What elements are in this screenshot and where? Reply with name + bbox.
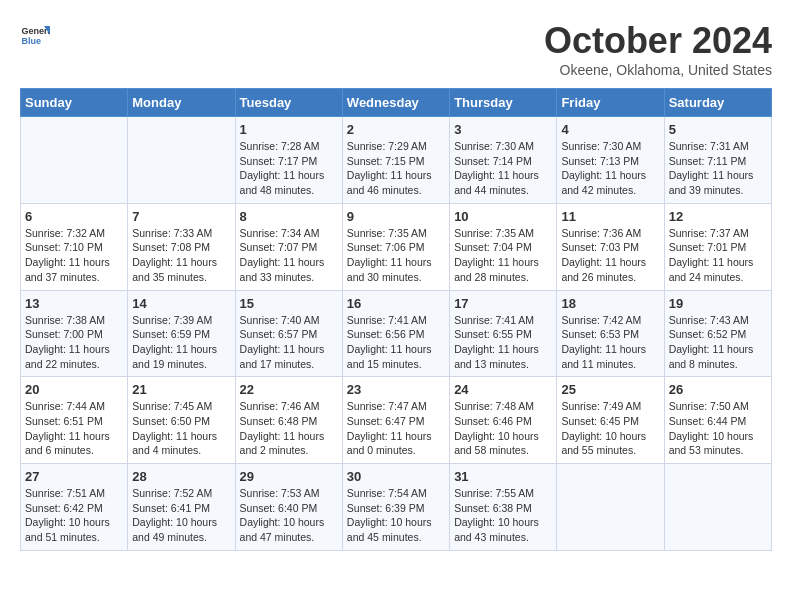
calendar-week-row: 27Sunrise: 7:51 AM Sunset: 6:42 PM Dayli… (21, 464, 772, 551)
day-info: Sunrise: 7:32 AM Sunset: 7:10 PM Dayligh… (25, 226, 123, 285)
day-of-week-header: Wednesday (342, 89, 449, 117)
day-info: Sunrise: 7:55 AM Sunset: 6:38 PM Dayligh… (454, 486, 552, 545)
day-number: 25 (561, 382, 659, 397)
day-info: Sunrise: 7:40 AM Sunset: 6:57 PM Dayligh… (240, 313, 338, 372)
day-info: Sunrise: 7:41 AM Sunset: 6:55 PM Dayligh… (454, 313, 552, 372)
calendar-day-cell: 12Sunrise: 7:37 AM Sunset: 7:01 PM Dayli… (664, 203, 771, 290)
calendar-day-cell: 24Sunrise: 7:48 AM Sunset: 6:46 PM Dayli… (450, 377, 557, 464)
day-info: Sunrise: 7:48 AM Sunset: 6:46 PM Dayligh… (454, 399, 552, 458)
day-number: 28 (132, 469, 230, 484)
day-info: Sunrise: 7:47 AM Sunset: 6:47 PM Dayligh… (347, 399, 445, 458)
calendar-day-cell: 2Sunrise: 7:29 AM Sunset: 7:15 PM Daylig… (342, 117, 449, 204)
calendar-day-cell (21, 117, 128, 204)
day-info: Sunrise: 7:53 AM Sunset: 6:40 PM Dayligh… (240, 486, 338, 545)
calendar-day-cell: 8Sunrise: 7:34 AM Sunset: 7:07 PM Daylig… (235, 203, 342, 290)
calendar-week-row: 6Sunrise: 7:32 AM Sunset: 7:10 PM Daylig… (21, 203, 772, 290)
day-number: 30 (347, 469, 445, 484)
day-number: 21 (132, 382, 230, 397)
day-info: Sunrise: 7:37 AM Sunset: 7:01 PM Dayligh… (669, 226, 767, 285)
day-info: Sunrise: 7:52 AM Sunset: 6:41 PM Dayligh… (132, 486, 230, 545)
calendar-day-cell: 7Sunrise: 7:33 AM Sunset: 7:08 PM Daylig… (128, 203, 235, 290)
calendar-day-cell: 17Sunrise: 7:41 AM Sunset: 6:55 PM Dayli… (450, 290, 557, 377)
calendar-week-row: 20Sunrise: 7:44 AM Sunset: 6:51 PM Dayli… (21, 377, 772, 464)
calendar-week-row: 13Sunrise: 7:38 AM Sunset: 7:00 PM Dayli… (21, 290, 772, 377)
day-info: Sunrise: 7:35 AM Sunset: 7:04 PM Dayligh… (454, 226, 552, 285)
calendar-day-cell: 11Sunrise: 7:36 AM Sunset: 7:03 PM Dayli… (557, 203, 664, 290)
day-of-week-header: Monday (128, 89, 235, 117)
calendar-day-cell: 21Sunrise: 7:45 AM Sunset: 6:50 PM Dayli… (128, 377, 235, 464)
calendar-day-cell: 6Sunrise: 7:32 AM Sunset: 7:10 PM Daylig… (21, 203, 128, 290)
day-info: Sunrise: 7:35 AM Sunset: 7:06 PM Dayligh… (347, 226, 445, 285)
day-info: Sunrise: 7:45 AM Sunset: 6:50 PM Dayligh… (132, 399, 230, 458)
day-number: 24 (454, 382, 552, 397)
day-number: 18 (561, 296, 659, 311)
day-info: Sunrise: 7:31 AM Sunset: 7:11 PM Dayligh… (669, 139, 767, 198)
day-number: 12 (669, 209, 767, 224)
day-info: Sunrise: 7:30 AM Sunset: 7:14 PM Dayligh… (454, 139, 552, 198)
day-number: 1 (240, 122, 338, 137)
day-number: 11 (561, 209, 659, 224)
calendar-day-cell: 27Sunrise: 7:51 AM Sunset: 6:42 PM Dayli… (21, 464, 128, 551)
day-info: Sunrise: 7:50 AM Sunset: 6:44 PM Dayligh… (669, 399, 767, 458)
day-info: Sunrise: 7:28 AM Sunset: 7:17 PM Dayligh… (240, 139, 338, 198)
day-number: 19 (669, 296, 767, 311)
day-info: Sunrise: 7:46 AM Sunset: 6:48 PM Dayligh… (240, 399, 338, 458)
title-block: October 2024 Okeene, Oklahoma, United St… (544, 20, 772, 78)
day-info: Sunrise: 7:29 AM Sunset: 7:15 PM Dayligh… (347, 139, 445, 198)
day-number: 3 (454, 122, 552, 137)
calendar-day-cell: 30Sunrise: 7:54 AM Sunset: 6:39 PM Dayli… (342, 464, 449, 551)
calendar-table: SundayMondayTuesdayWednesdayThursdayFrid… (20, 88, 772, 551)
day-number: 8 (240, 209, 338, 224)
day-number: 15 (240, 296, 338, 311)
day-number: 26 (669, 382, 767, 397)
calendar-day-cell: 3Sunrise: 7:30 AM Sunset: 7:14 PM Daylig… (450, 117, 557, 204)
day-number: 17 (454, 296, 552, 311)
day-number: 4 (561, 122, 659, 137)
day-of-week-header: Thursday (450, 89, 557, 117)
day-number: 31 (454, 469, 552, 484)
day-of-week-header: Saturday (664, 89, 771, 117)
calendar-week-row: 1Sunrise: 7:28 AM Sunset: 7:17 PM Daylig… (21, 117, 772, 204)
day-info: Sunrise: 7:54 AM Sunset: 6:39 PM Dayligh… (347, 486, 445, 545)
calendar-day-cell: 1Sunrise: 7:28 AM Sunset: 7:17 PM Daylig… (235, 117, 342, 204)
day-number: 23 (347, 382, 445, 397)
day-info: Sunrise: 7:38 AM Sunset: 7:00 PM Dayligh… (25, 313, 123, 372)
day-info: Sunrise: 7:51 AM Sunset: 6:42 PM Dayligh… (25, 486, 123, 545)
day-info: Sunrise: 7:43 AM Sunset: 6:52 PM Dayligh… (669, 313, 767, 372)
day-info: Sunrise: 7:44 AM Sunset: 6:51 PM Dayligh… (25, 399, 123, 458)
day-number: 7 (132, 209, 230, 224)
day-of-week-header: Sunday (21, 89, 128, 117)
calendar-day-cell: 19Sunrise: 7:43 AM Sunset: 6:52 PM Dayli… (664, 290, 771, 377)
day-info: Sunrise: 7:33 AM Sunset: 7:08 PM Dayligh… (132, 226, 230, 285)
day-info: Sunrise: 7:30 AM Sunset: 7:13 PM Dayligh… (561, 139, 659, 198)
day-info: Sunrise: 7:34 AM Sunset: 7:07 PM Dayligh… (240, 226, 338, 285)
day-number: 16 (347, 296, 445, 311)
calendar-day-cell: 13Sunrise: 7:38 AM Sunset: 7:00 PM Dayli… (21, 290, 128, 377)
day-number: 6 (25, 209, 123, 224)
calendar-day-cell: 28Sunrise: 7:52 AM Sunset: 6:41 PM Dayli… (128, 464, 235, 551)
logo: General Blue (20, 20, 50, 50)
day-number: 9 (347, 209, 445, 224)
day-number: 5 (669, 122, 767, 137)
calendar-day-cell (664, 464, 771, 551)
day-of-week-header: Friday (557, 89, 664, 117)
calendar-day-cell: 26Sunrise: 7:50 AM Sunset: 6:44 PM Dayli… (664, 377, 771, 464)
calendar-day-cell: 20Sunrise: 7:44 AM Sunset: 6:51 PM Dayli… (21, 377, 128, 464)
location: Okeene, Oklahoma, United States (544, 62, 772, 78)
day-info: Sunrise: 7:41 AM Sunset: 6:56 PM Dayligh… (347, 313, 445, 372)
calendar-day-cell: 29Sunrise: 7:53 AM Sunset: 6:40 PM Dayli… (235, 464, 342, 551)
day-number: 13 (25, 296, 123, 311)
day-info: Sunrise: 7:39 AM Sunset: 6:59 PM Dayligh… (132, 313, 230, 372)
calendar-day-cell: 10Sunrise: 7:35 AM Sunset: 7:04 PM Dayli… (450, 203, 557, 290)
svg-text:Blue: Blue (22, 36, 42, 46)
day-number: 22 (240, 382, 338, 397)
calendar-day-cell: 25Sunrise: 7:49 AM Sunset: 6:45 PM Dayli… (557, 377, 664, 464)
calendar-day-cell: 4Sunrise: 7:30 AM Sunset: 7:13 PM Daylig… (557, 117, 664, 204)
calendar-day-cell (557, 464, 664, 551)
day-number: 20 (25, 382, 123, 397)
calendar-day-cell: 5Sunrise: 7:31 AM Sunset: 7:11 PM Daylig… (664, 117, 771, 204)
day-number: 14 (132, 296, 230, 311)
day-info: Sunrise: 7:49 AM Sunset: 6:45 PM Dayligh… (561, 399, 659, 458)
logo-icon: General Blue (20, 20, 50, 50)
day-info: Sunrise: 7:42 AM Sunset: 6:53 PM Dayligh… (561, 313, 659, 372)
